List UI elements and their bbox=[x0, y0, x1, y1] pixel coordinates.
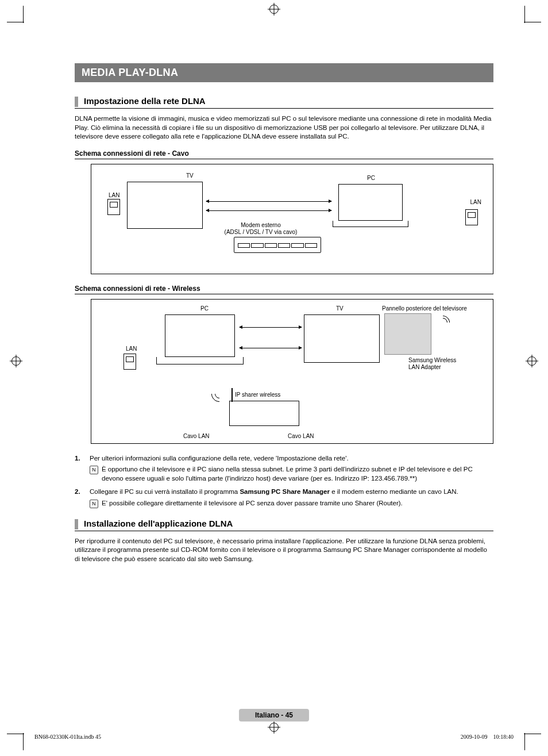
footer-indb: BN68-02330K-01Ita.indb 45 bbox=[34, 734, 101, 740]
heading-text: Installazione dell'applicazione DLNA bbox=[84, 519, 233, 528]
list-item-1-text: Per ulteriori informazioni sulla configu… bbox=[90, 454, 493, 463]
wl-arrow-2 bbox=[240, 348, 302, 348]
section2-body: Per riprodurre il contenuto del PC sul t… bbox=[75, 537, 493, 564]
section-banner: MEDIA PLAY-DLNA bbox=[75, 63, 493, 82]
label-modem1: Modem esterno bbox=[221, 222, 301, 228]
heading-accent-bar bbox=[75, 519, 78, 529]
diagram-wireless: PC TV Pannello posteriore del televisore… bbox=[91, 299, 493, 444]
heading-text: Impostazione della rete DLNA bbox=[84, 96, 206, 106]
heading-dlna-install: Installazione dell'applicazione DLNA bbox=[75, 519, 493, 531]
list-num-1: 1. bbox=[75, 454, 85, 483]
list-item-2-text: Collegare il PC su cui verrà installato … bbox=[90, 488, 458, 497]
list-item-2-note: E' possibile collegare direttamente il t… bbox=[102, 499, 403, 508]
heading-dlna-setup: Impostazione della rete DLNA bbox=[75, 96, 493, 109]
list-item-1-note: È opportuno che il televisore e il PC si… bbox=[102, 465, 493, 483]
heading-accent-bar bbox=[75, 97, 78, 107]
label-modem2: (ADSL / VDSL / TV via cavo) bbox=[221, 229, 301, 235]
note-icon: N bbox=[90, 466, 98, 474]
label-lan-left: LAN bbox=[109, 192, 119, 198]
note-icon: N bbox=[90, 500, 98, 508]
diagram-cable: TV PC LAN LAN Modem esterno (ADSL / VDSL… bbox=[91, 164, 493, 274]
footer-timestamp: 2009-10-09 10:18:40 bbox=[461, 734, 514, 740]
laptop-icon bbox=[338, 184, 408, 227]
arrow-top2 bbox=[206, 210, 331, 211]
wl-label-router: IP sharer wireless bbox=[235, 392, 280, 398]
label-pc: PC bbox=[367, 175, 375, 181]
wl-panel-icon bbox=[384, 313, 431, 355]
wl-label-lan: LAN bbox=[126, 346, 137, 352]
sub-heading-wireless: Schema connessioni di rete - Wireless bbox=[75, 285, 493, 294]
wl-label-pc: PC bbox=[200, 305, 209, 312]
wl-cable-r: Cavo LAN bbox=[288, 433, 314, 439]
label-lan-right: LAN bbox=[470, 199, 481, 205]
lan-port-right-icon bbox=[465, 209, 478, 225]
instruction-list: 1. Per ulteriori informazioni sulla conf… bbox=[75, 454, 493, 508]
wl-arrow-1 bbox=[240, 327, 302, 328]
tv-icon bbox=[127, 182, 203, 229]
antenna-icon bbox=[231, 388, 233, 402]
sub-heading-cable: Schema connessioni di rete - Cavo bbox=[75, 149, 493, 159]
wifi-icon-2 bbox=[433, 313, 453, 332]
page-number-pill: Italiano - 45 bbox=[239, 709, 309, 722]
router-wifi-icon-2 bbox=[208, 382, 231, 405]
wl-tv-icon bbox=[304, 314, 380, 363]
wl-adapter2: LAN Adapter bbox=[408, 364, 441, 370]
arrow-top bbox=[206, 201, 331, 202]
print-footer: BN68-02330K-01Ita.indb 45 2009-10-09 10:… bbox=[34, 734, 514, 740]
lan-port-left-icon bbox=[107, 199, 120, 215]
router-icon bbox=[229, 401, 299, 426]
modem-icon bbox=[234, 237, 321, 253]
label-tv: TV bbox=[186, 172, 194, 179]
wl-adapter1: Samsung Wireless bbox=[408, 357, 456, 363]
wl-laptop-icon bbox=[165, 314, 244, 364]
section1-body: DLNA permette la visione di immagini, mu… bbox=[75, 114, 493, 141]
wl-cable-l: Cavo LAN bbox=[183, 433, 210, 439]
wl-label-tv: TV bbox=[336, 305, 344, 312]
wl-label-panel: Pannello posteriore del televisore bbox=[373, 305, 476, 312]
list-num-2: 2. bbox=[75, 488, 85, 508]
wl-lan-port-icon bbox=[124, 354, 136, 370]
